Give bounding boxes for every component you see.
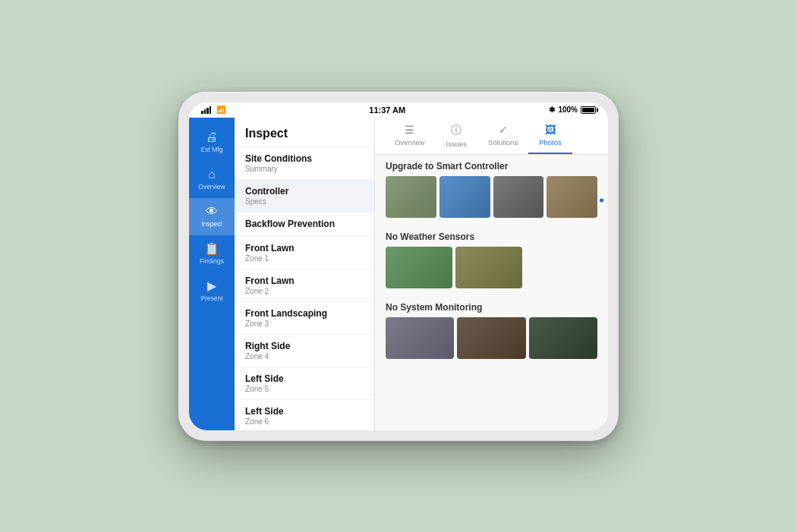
sidebar: 🖨 Ext Mfg ⌂ Overview 👁 Inspect 📋 Finding…: [189, 118, 235, 430]
status-bar: 📶 11:37 AM ✱ 100%: [189, 102, 608, 118]
sidebar-item-present[interactable]: ▶ Present: [189, 272, 235, 310]
overview-icon: ⌂: [208, 168, 216, 181]
wifi-icon: 📶: [216, 105, 225, 114]
section-header-monitoring: No System Monitoring: [375, 296, 608, 317]
photo-thumb-9[interactable]: [529, 317, 597, 359]
list-item-sub-controller: Specs: [245, 197, 364, 206]
list-item-site-conditions[interactable]: Site Conditions Summary: [235, 147, 374, 180]
sidebar-label-inspect: Inspect: [201, 220, 222, 228]
app-body: 🖨 Ext Mfg ⌂ Overview 👁 Inspect 📋 Finding…: [189, 118, 608, 430]
time-display: 11:37 AM: [369, 105, 405, 115]
list-item-title-front-landscaping: Front Landscaping: [245, 308, 364, 319]
list-item-title-front-lawn-1: Front Lawn: [245, 243, 364, 253]
sidebar-label-overview: Overview: [198, 183, 225, 190]
list-item-title-controller: Controller: [245, 186, 364, 197]
list-item-front-lawn-1[interactable]: Front Lawn Zone 1: [235, 237, 374, 269]
sidebar-label-ext-mfg: Ext Mfg: [201, 146, 223, 153]
list-item-title-front-lawn-2: Front Lawn: [245, 275, 364, 286]
photo-thumb-5[interactable]: [386, 247, 452, 288]
list-item-title-site-conditions: Site Conditions: [245, 153, 364, 164]
findings-icon: 📋: [204, 243, 219, 255]
section-header-weather: No Weather Sensors: [375, 225, 608, 247]
list-item-right-side[interactable]: Right Side Zone 4: [235, 335, 374, 367]
status-right: ✱ 100%: [549, 105, 596, 114]
list-item-sub-front-lawn-1: Zone 1: [245, 254, 364, 263]
list-item-title-right-side: Right Side: [245, 341, 364, 351]
photo-thumb-4[interactable]: [547, 176, 597, 218]
tab-solutions-label: Solutions: [488, 138, 518, 146]
status-left: 📶: [201, 105, 225, 114]
photo-thumb-3[interactable]: [493, 176, 544, 218]
photo-thumb-1[interactable]: [386, 176, 436, 218]
list-item-sub-left-side-5: Zone 5: [245, 385, 364, 393]
battery-percent: 100%: [558, 105, 578, 114]
tab-overview[interactable]: ☰ Overview: [384, 118, 436, 154]
list-item-title-backflow: Backflow Prevention: [245, 219, 364, 229]
tab-photos-icon: 🖼: [545, 124, 556, 136]
list-item-left-side-6[interactable]: Left Side Zone 6: [235, 400, 374, 430]
tablet-screen: 📶 11:37 AM ✱ 100% 🖨 Ext Mfg ⌂: [189, 102, 608, 430]
list-item-sub-front-landscaping: Zone 3: [245, 320, 364, 328]
tab-photos-label: Photos: [539, 138, 562, 146]
inspect-icon: 👁: [206, 206, 218, 218]
list-item-backflow[interactable]: Backflow Prevention: [235, 212, 374, 237]
list-item-controller[interactable]: Controller Specs: [235, 180, 374, 212]
list-panel-header: Inspect: [235, 118, 374, 147]
tab-photos[interactable]: 🖼 Photos: [528, 118, 572, 154]
photo-thumb-8[interactable]: [457, 317, 525, 359]
tab-issues[interactable]: ⓘ Issues: [436, 118, 477, 154]
present-icon: ▶: [207, 280, 216, 292]
photo-grid-upgrade: [375, 176, 608, 225]
photo-grid-monitoring: [375, 317, 608, 367]
photo-thumb-7[interactable]: [386, 317, 454, 359]
list-item-title-left-side-5: Left Side: [245, 373, 364, 384]
list-item-left-side-5[interactable]: Left Side Zone 5: [235, 367, 374, 400]
detail-panel: ☰ Overview ⓘ Issues ✓ Solutions 🖼 Photos: [375, 118, 608, 430]
list-item-sub-left-side-6: Zone 6: [245, 417, 364, 426]
sidebar-label-findings: Findings: [200, 257, 224, 265]
sidebar-item-ext-mfg[interactable]: 🖨 Ext Mfg: [189, 124, 235, 161]
tab-solutions[interactable]: ✓ Solutions: [477, 118, 528, 154]
sidebar-label-present: Present: [200, 294, 222, 302]
tab-overview-label: Overview: [395, 138, 425, 146]
tab-issues-label: Issues: [446, 140, 467, 148]
scroll-indicator: [600, 199, 603, 203]
tab-solutions-icon: ✓: [499, 124, 508, 136]
tabs-bar: ☰ Overview ⓘ Issues ✓ Solutions 🖼 Photos: [375, 118, 608, 155]
list-panel: Inspect Site Conditions Summary Controll…: [235, 118, 375, 430]
tab-overview-icon: ☰: [405, 124, 414, 136]
sidebar-item-findings[interactable]: 📋 Findings: [189, 235, 235, 272]
list-item-sub-right-side: Zone 4: [245, 352, 364, 360]
photo-grid-weather: [375, 247, 608, 296]
sidebar-item-inspect[interactable]: 👁 Inspect: [189, 198, 235, 235]
list-item-front-lawn-2[interactable]: Front Lawn Zone 2: [235, 269, 374, 302]
sidebar-item-overview[interactable]: ⌂ Overview: [189, 161, 235, 198]
tab-issues-icon: ⓘ: [451, 124, 462, 137]
photo-thumb-6[interactable]: [455, 247, 522, 288]
ext-mfg-icon: 🖨: [206, 131, 218, 143]
list-item-title-left-side-6: Left Side: [245, 406, 364, 417]
battery-fill: [582, 108, 594, 112]
tablet-device: 📶 11:37 AM ✱ 100% 🖨 Ext Mfg ⌂: [178, 92, 619, 441]
bluetooth-icon: ✱: [549, 105, 555, 114]
list-item-sub-site-conditions: Summary: [245, 165, 364, 173]
list-item-front-landscaping[interactable]: Front Landscaping Zone 3: [235, 302, 374, 335]
photo-thumb-2[interactable]: [439, 176, 490, 218]
section-header-upgrade: Upgrade to Smart Controller: [375, 155, 608, 176]
signal-icon: [201, 106, 211, 114]
detail-content: Upgrade to Smart Controller No Weather S…: [375, 155, 608, 430]
list-item-sub-front-lawn-2: Zone 2: [245, 287, 364, 295]
battery-icon: [581, 106, 596, 114]
